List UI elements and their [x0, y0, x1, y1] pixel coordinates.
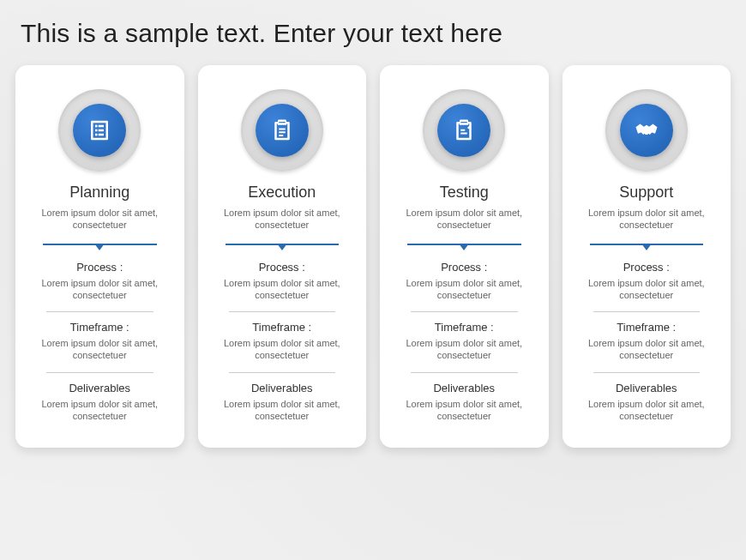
- card-desc: Lorem ipsum dolor sit amet, consectetuer: [24, 207, 176, 232]
- divider-arrow: [407, 242, 521, 252]
- timeframe-section: Timeframe : Lorem ipsum dolor sit amet, …: [388, 321, 540, 362]
- deliverables-section: Deliverables Lorem ipsum dolor sit amet,…: [571, 382, 723, 423]
- deliverables-text: Lorem ipsum dolor sit amet, consectetuer: [388, 398, 540, 423]
- timeframe-text: Lorem ipsum dolor sit amet, consectetuer: [388, 337, 540, 362]
- timeframe-section: Timeframe : Lorem ipsum dolor sit amet, …: [24, 321, 176, 362]
- process-section: Process : Lorem ipsum dolor sit amet, co…: [24, 261, 176, 302]
- icon-ring: [605, 89, 688, 172]
- timeframe-section: Timeframe : Lorem ipsum dolor sit amet, …: [571, 321, 723, 362]
- deliverables-label: Deliverables: [571, 382, 723, 394]
- card-support: Support Lorem ipsum dolor sit amet, cons…: [563, 65, 731, 448]
- thin-line: [593, 372, 701, 373]
- thin-line: [46, 311, 153, 312]
- card-testing: Testing Lorem ipsum dolor sit amet, cons…: [380, 65, 549, 448]
- process-section: Process : Lorem ipsum dolor sit amet, co…: [207, 261, 358, 302]
- card-title: Execution: [207, 184, 358, 202]
- divider-arrow: [226, 242, 340, 252]
- clipboard-check-icon: [437, 104, 490, 157]
- timeframe-text: Lorem ipsum dolor sit amet, consectetuer: [571, 337, 723, 362]
- thin-line: [593, 311, 701, 312]
- timeframe-label: Timeframe :: [388, 321, 540, 334]
- deliverables-text: Lorem ipsum dolor sit amet, consectetuer: [207, 398, 358, 423]
- process-text: Lorem ipsum dolor sit amet, consectetuer: [24, 277, 176, 302]
- deliverables-section: Deliverables Lorem ipsum dolor sit amet,…: [24, 382, 176, 423]
- divider-arrow: [590, 242, 704, 252]
- timeframe-label: Timeframe :: [24, 321, 176, 334]
- process-text: Lorem ipsum dolor sit amet, consectetuer: [571, 277, 723, 302]
- divider-arrow: [43, 242, 157, 252]
- deliverables-label: Deliverables: [24, 382, 176, 394]
- process-label: Process :: [24, 261, 176, 274]
- deliverables-text: Lorem ipsum dolor sit amet, consectetuer: [571, 398, 723, 423]
- process-text: Lorem ipsum dolor sit amet, consectetuer: [388, 277, 540, 302]
- process-section: Process : Lorem ipsum dolor sit amet, co…: [388, 261, 540, 302]
- card-planning: Planning Lorem ipsum dolor sit amet, con…: [15, 65, 184, 448]
- card-desc: Lorem ipsum dolor sit amet, consectetuer: [388, 207, 540, 232]
- timeframe-text: Lorem ipsum dolor sit amet, consectetuer: [24, 337, 176, 362]
- handshake-icon: [620, 104, 673, 157]
- card-title: Testing: [388, 184, 540, 202]
- card-desc: Lorem ipsum dolor sit amet, consectetuer: [207, 207, 358, 232]
- process-label: Process :: [571, 261, 723, 274]
- deliverables-label: Deliverables: [388, 382, 540, 394]
- thin-line: [411, 372, 518, 373]
- process-text: Lorem ipsum dolor sit amet, consectetuer: [207, 277, 358, 302]
- thin-line: [229, 311, 336, 312]
- card-desc: Lorem ipsum dolor sit amet, consectetuer: [571, 207, 723, 232]
- deliverables-label: Deliverables: [207, 382, 358, 394]
- deliverables-section: Deliverables Lorem ipsum dolor sit amet,…: [207, 382, 358, 423]
- card-title: Support: [571, 184, 723, 202]
- icon-ring: [241, 89, 323, 172]
- timeframe-label: Timeframe :: [571, 321, 723, 334]
- thin-line: [229, 372, 336, 373]
- timeframe-label: Timeframe :: [207, 321, 358, 334]
- process-section: Process : Lorem ipsum dolor sit amet, co…: [571, 261, 723, 302]
- timeframe-section: Timeframe : Lorem ipsum dolor sit amet, …: [207, 321, 358, 362]
- process-label: Process :: [388, 261, 540, 274]
- deliverables-text: Lorem ipsum dolor sit amet, consectetuer: [24, 398, 176, 423]
- icon-ring: [423, 89, 505, 172]
- checklist-icon: [73, 104, 126, 157]
- timeframe-text: Lorem ipsum dolor sit amet, consectetuer: [207, 337, 358, 362]
- thin-line: [411, 311, 518, 312]
- clipboard-icon: [256, 104, 309, 157]
- card-title: Planning: [24, 184, 176, 202]
- cards-row: Planning Lorem ipsum dolor sit amet, con…: [0, 57, 746, 467]
- deliverables-section: Deliverables Lorem ipsum dolor sit amet,…: [388, 382, 540, 423]
- icon-ring: [58, 89, 141, 172]
- thin-line: [46, 372, 153, 373]
- card-execution: Execution Lorem ipsum dolor sit amet, co…: [198, 65, 367, 448]
- process-label: Process :: [207, 261, 358, 274]
